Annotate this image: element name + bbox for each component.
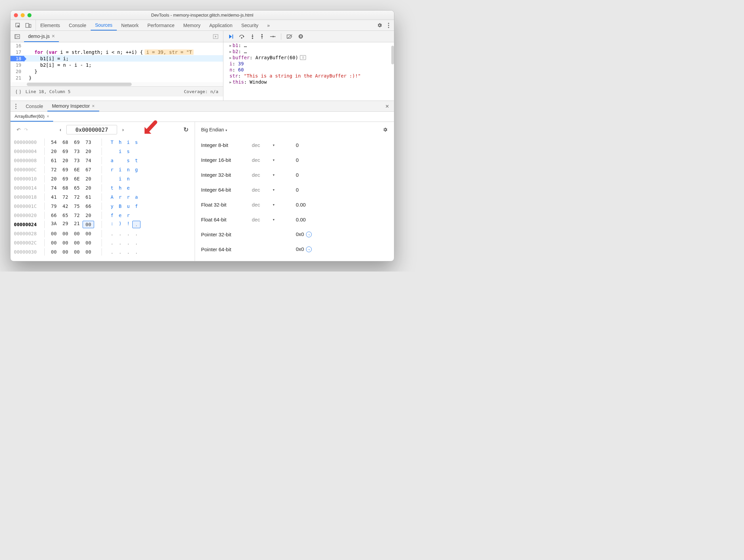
hex-row[interactable]: 0000000054686973This — [14, 137, 195, 147]
hex-ascii[interactable]: . — [132, 231, 140, 236]
close-tab-icon[interactable]: × — [52, 33, 55, 39]
hex-ascii[interactable]: . — [124, 249, 132, 255]
hex-byte[interactable]: 00 — [48, 231, 60, 236]
hex-byte[interactable]: 61 — [83, 194, 94, 200]
hex-byte[interactable]: 00 — [83, 249, 94, 255]
hex-ascii[interactable]: h — [116, 185, 124, 191]
hex-byte[interactable]: 42 — [60, 203, 71, 209]
hex-byte[interactable]: 29 — [60, 221, 71, 228]
hex-row[interactable]: 0000001841727261Arra — [14, 192, 195, 201]
hex-ascii[interactable] — [116, 158, 124, 163]
hex-byte[interactable]: 6E — [71, 176, 83, 181]
hex-byte[interactable]: 72 — [71, 213, 83, 218]
hex-byte[interactable]: 41 — [48, 194, 60, 200]
hex-ascii[interactable]: e — [116, 213, 124, 218]
line-number[interactable]: 21 — [10, 75, 24, 81]
hex-byte[interactable]: 00 — [60, 240, 71, 245]
scope-line[interactable]: str: "This is a string in the ArrayBuffe… — [223, 73, 394, 79]
line-number[interactable]: 20 — [10, 69, 24, 74]
more-tabs-button[interactable]: » — [263, 20, 274, 30]
hex-byte[interactable]: 73 — [71, 149, 83, 154]
hex-ascii[interactable]: f — [132, 203, 140, 209]
hex-ascii[interactable]: n — [124, 167, 132, 172]
main-tab-performance[interactable]: Performance — [143, 20, 179, 30]
hex-byte[interactable]: 72 — [60, 194, 71, 200]
redo-icon[interactable]: ↷ — [24, 127, 28, 132]
hex-byte[interactable]: 74 — [48, 185, 60, 191]
format-dropdown[interactable]: dec▾ — [252, 187, 296, 193]
zoom-window-button[interactable] — [27, 13, 31, 17]
hex-byte[interactable]: 74 — [83, 158, 94, 163]
format-dropdown[interactable]: dec▾ — [252, 157, 296, 163]
hex-byte[interactable]: 79 — [48, 203, 60, 209]
hex-ascii[interactable]: B — [116, 203, 124, 209]
hex-row[interactable]: 0000002C00000000.... — [14, 238, 195, 247]
scope-line[interactable]: n: 60 — [223, 67, 394, 73]
main-tab-console[interactable]: Console — [64, 20, 90, 30]
hex-ascii[interactable]: . — [108, 240, 116, 245]
hex-ascii[interactable]: ) — [116, 221, 124, 228]
hex-byte[interactable]: 00 — [83, 231, 94, 236]
code-editor[interactable]: 1617 for (var i = str.length; i < n; ++i… — [10, 42, 223, 101]
step-into-icon[interactable] — [250, 34, 255, 39]
hex-byte[interactable]: 66 — [83, 203, 94, 209]
hex-byte[interactable]: 69 — [60, 167, 71, 172]
hex-byte[interactable]: 00 — [60, 249, 71, 255]
hex-byte[interactable]: 20 — [83, 176, 94, 181]
hex-byte[interactable]: 6E — [71, 167, 83, 172]
hex-byte[interactable]: 00 — [71, 231, 83, 236]
line-number[interactable]: 18 — [10, 56, 24, 61]
main-tab-application[interactable]: Application — [205, 20, 237, 30]
device-icon[interactable] — [25, 23, 31, 28]
hex-byte[interactable]: 61 — [48, 158, 60, 163]
reveal-in-memory-icon[interactable]: ☰ — [300, 55, 306, 60]
drawer-tab-memory-inspector[interactable]: Memory Inspector× — [47, 101, 99, 111]
minimize-window-button[interactable] — [21, 13, 25, 17]
hex-ascii[interactable] — [108, 149, 116, 154]
hex-ascii[interactable]: r — [116, 194, 124, 200]
hex-row[interactable]: 0000002066657220fer — [14, 211, 195, 220]
hex-byte[interactable]: 54 — [48, 139, 60, 145]
hex-byte[interactable]: 20 — [48, 176, 60, 181]
hex-ascii[interactable]: f — [108, 213, 116, 218]
hex-ascii[interactable]: r — [124, 213, 132, 218]
hex-ascii[interactable]: A — [108, 194, 116, 200]
main-tab-elements[interactable]: Elements — [36, 20, 64, 30]
pause-on-exceptions-icon[interactable] — [298, 34, 303, 39]
hex-ascii[interactable]: ! — [124, 221, 132, 228]
memory-inspector-tab[interactable]: ArrayBuffer(60) × — [10, 112, 53, 122]
hex-byte[interactable]: 69 — [71, 139, 83, 145]
jump-to-address-icon[interactable]: → — [306, 246, 312, 252]
hex-byte[interactable]: 72 — [71, 194, 83, 200]
hex-byte[interactable]: 73 — [71, 158, 83, 163]
hex-byte[interactable]: 68 — [60, 185, 71, 191]
hex-ascii[interactable]: . — [124, 231, 132, 236]
close-drawer-icon[interactable]: ✕ — [380, 101, 394, 111]
hex-ascii[interactable]: T — [108, 139, 116, 145]
hex-byte[interactable]: 00 — [48, 249, 60, 255]
settings-icon[interactable] — [377, 22, 382, 28]
horizontal-scrollbar[interactable] — [10, 82, 223, 86]
hex-byte[interactable]: 69 — [60, 176, 71, 181]
hex-byte[interactable]: 20 — [48, 149, 60, 154]
hex-ascii[interactable]: y — [108, 203, 116, 209]
step-icon[interactable] — [269, 35, 276, 39]
hex-row[interactable]: 0000001474686520the — [14, 183, 195, 192]
code-line[interactable]: 17 for (var i = str.length; i < n; ++i) … — [10, 49, 223, 55]
refresh-icon[interactable]: ↻ — [183, 126, 189, 133]
undo-icon[interactable]: ↶ — [17, 127, 21, 132]
hex-byte[interactable]: 73 — [83, 139, 94, 145]
hex-row[interactable]: 0000003000000000.... — [14, 247, 195, 256]
next-page-icon[interactable]: › — [122, 127, 124, 132]
hex-ascii[interactable]: : — [108, 221, 116, 228]
scope-panel[interactable]: ▶b1: …▶b2: …▶buffer: ArrayBuffer(60)☰ i:… — [223, 42, 394, 101]
hex-ascii[interactable]: . — [116, 231, 124, 236]
hex-ascii[interactable] — [132, 149, 140, 154]
hex-byte[interactable]: 20 — [83, 185, 94, 191]
hex-ascii[interactable]: i — [116, 167, 124, 172]
hex-ascii[interactable]: s — [124, 149, 132, 154]
hex-byte[interactable]: 00 — [60, 231, 71, 236]
snippets-run-icon[interactable] — [213, 34, 223, 39]
hex-ascii[interactable]: g — [132, 167, 140, 172]
hex-ascii[interactable]: . — [132, 249, 140, 255]
